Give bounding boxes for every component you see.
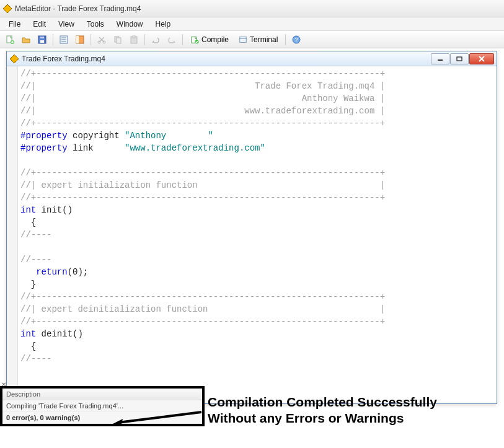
output-row-compiling[interactable]: Compiling 'Trade Forex Trading.mq4'... bbox=[2, 400, 202, 412]
output-row-result[interactable]: 0 error(s), 0 warning(s) bbox=[2, 412, 202, 424]
svg-rect-4 bbox=[40, 40, 44, 43]
toolbar-separator bbox=[91, 34, 91, 45]
copy-button[interactable] bbox=[110, 33, 125, 46]
compile-button[interactable]: Compile bbox=[186, 33, 233, 46]
terminal-label: Terminal bbox=[250, 35, 278, 44]
output-panel: ✕ Description Compiling 'Trade Forex Tra… bbox=[0, 386, 205, 426]
document-icon bbox=[9, 54, 19, 64]
svg-rect-5 bbox=[40, 37, 44, 38]
toolbar-separator bbox=[144, 34, 145, 45]
close-button[interactable] bbox=[469, 53, 494, 64]
document-titlebar: Trade Forex Trading.mq4 bbox=[7, 51, 497, 66]
toolbar-separator bbox=[53, 34, 53, 45]
help-button[interactable]: ? bbox=[289, 33, 304, 46]
save-button[interactable] bbox=[35, 33, 50, 46]
document-window: Trade Forex Trading.mq4 //+-------------… bbox=[6, 51, 497, 404]
annotation-text: Compilation Completed Successfully Witho… bbox=[208, 394, 437, 426]
svg-marker-0 bbox=[3, 4, 12, 13]
menu-file[interactable]: File bbox=[2, 19, 27, 30]
undo-button[interactable] bbox=[148, 33, 163, 46]
svg-marker-24 bbox=[10, 55, 19, 63]
properties-button[interactable] bbox=[56, 33, 71, 46]
minimize-button[interactable] bbox=[431, 53, 449, 64]
maximize-button[interactable] bbox=[450, 53, 469, 64]
menu-tools[interactable]: Tools bbox=[81, 19, 110, 30]
output-header[interactable]: Description bbox=[2, 389, 202, 400]
svg-rect-26 bbox=[457, 57, 462, 61]
menubar: File Edit View Tools Window Help bbox=[0, 17, 504, 31]
compile-label: Compile bbox=[201, 35, 229, 44]
cut-button[interactable] bbox=[94, 33, 109, 46]
document-title: Trade Forex Trading.mq4 bbox=[22, 55, 431, 63]
editor-gutter bbox=[7, 66, 18, 403]
svg-rect-15 bbox=[117, 38, 121, 43]
redo-button[interactable] bbox=[164, 33, 179, 46]
toolbar-separator bbox=[285, 34, 286, 45]
paste-button[interactable] bbox=[126, 33, 141, 46]
terminal-button[interactable]: Terminal bbox=[234, 33, 282, 46]
open-file-button[interactable] bbox=[19, 33, 33, 46]
app-title: MetaEditor - Trade Forex Trading.mq4 bbox=[15, 4, 141, 13]
svg-rect-20 bbox=[240, 37, 247, 42]
menu-edit[interactable]: Edit bbox=[27, 19, 52, 30]
annotation-line1: Compilation Completed Successfully bbox=[208, 394, 437, 410]
svg-rect-17 bbox=[133, 36, 135, 38]
toolbar: Compile Terminal ? bbox=[0, 31, 504, 48]
panel-close-icon[interactable]: ✕ bbox=[1, 381, 7, 387]
menu-help[interactable]: Help bbox=[149, 19, 177, 30]
app-icon bbox=[2, 4, 12, 14]
menu-view[interactable]: View bbox=[52, 19, 81, 30]
svg-text:?: ? bbox=[295, 37, 298, 43]
code-editor[interactable]: //+-------------------------------------… bbox=[7, 66, 497, 403]
menu-window[interactable]: Window bbox=[110, 19, 149, 30]
navigator-button[interactable] bbox=[73, 33, 87, 46]
code-content[interactable]: //+-------------------------------------… bbox=[18, 66, 497, 403]
annotation-line2: Without any Errors or Warnings bbox=[208, 410, 437, 426]
svg-rect-11 bbox=[76, 36, 79, 43]
app-titlebar: MetaEditor - Trade Forex Trading.mq4 bbox=[0, 0, 504, 17]
new-file-button[interactable] bbox=[2, 33, 17, 46]
toolbar-separator bbox=[182, 34, 183, 45]
